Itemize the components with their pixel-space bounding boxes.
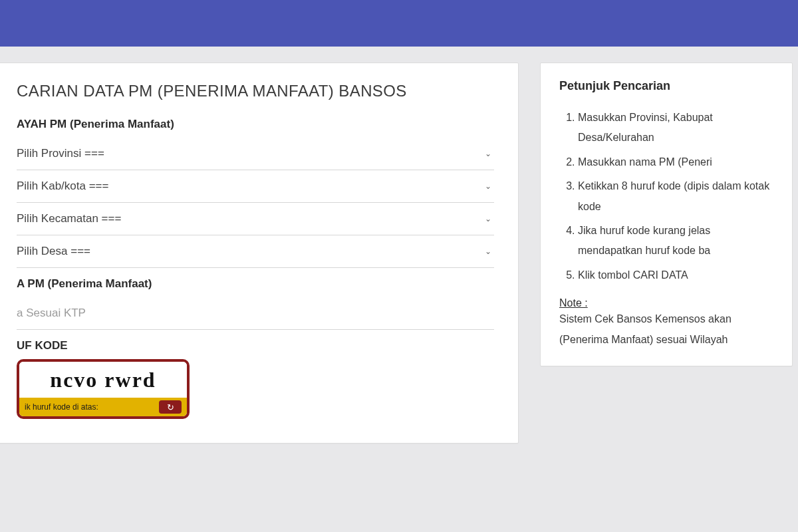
- wilayah-section-label: AYAH PM (Penerima Manfaat): [17, 118, 494, 131]
- top-navbar: [0, 0, 798, 47]
- page-content: CARIAN DATA PM (PENERIMA MANFAAT) BANSOS…: [0, 47, 798, 444]
- provinsi-select[interactable]: Pilih Provinsi === ⌄: [17, 138, 494, 170]
- kabkota-select-value: Pilih Kab/kota ===: [17, 180, 108, 193]
- note-label: Note :: [559, 297, 773, 309]
- instruction-step: Masukkan Provinsi, Kabupat Desa/Keluraha…: [578, 108, 773, 148]
- kecamatan-select[interactable]: Pilih Kecamatan === ⌄: [17, 203, 494, 235]
- note-text: Sistem Cek Bansos Kemensos akan (Penerim…: [559, 309, 773, 350]
- instruction-step: Ketikkan 8 huruf kode (dipis dalam kotak…: [578, 176, 773, 217]
- page-title: CARIAN DATA PM (PENERIMA MANFAAT) BANSOS: [17, 82, 494, 100]
- chevron-down-icon: ⌄: [485, 149, 491, 158]
- search-form-card: CARIAN DATA PM (PENERIMA MANFAAT) BANSOS…: [0, 63, 519, 444]
- chevron-down-icon: ⌄: [485, 182, 491, 191]
- captcha-reload-button[interactable]: ↻: [159, 400, 182, 414]
- instruction-step: Jika huruf kode kurang jelas mendapatkan…: [578, 221, 773, 261]
- instruction-step: Klik tombol CARI DATA: [578, 265, 773, 285]
- instructions-list: Masukkan Provinsi, Kabupat Desa/Keluraha…: [559, 108, 773, 285]
- nama-section-label: A PM (Penerima Manfaat): [17, 277, 494, 291]
- chevron-down-icon: ⌄: [485, 214, 491, 223]
- instructions-title: Petunjuk Pencarian: [559, 79, 773, 93]
- instructions-card: Petunjuk Pencarian Masukkan Provinsi, Ka…: [540, 63, 793, 366]
- captcha-image: ncvo rwrd: [19, 362, 187, 398]
- instruction-step: Masukkan nama PM (Peneri: [578, 152, 773, 172]
- desa-select[interactable]: Pilih Desa === ⌄: [17, 235, 494, 268]
- provinsi-select-value: Pilih Provinsi ===: [17, 147, 104, 160]
- reload-icon: ↻: [167, 402, 174, 412]
- chevron-down-icon: ⌄: [485, 247, 491, 256]
- captcha-hint-text: ik huruf kode di atas:: [25, 402, 98, 412]
- nama-input[interactable]: [17, 297, 494, 330]
- desa-select-value: Pilih Desa ===: [17, 245, 90, 258]
- captcha-box: ncvo rwrd ik huruf kode di atas: ↻: [17, 359, 190, 419]
- kode-section-label: UF KODE: [17, 339, 494, 352]
- captcha-bar: ik huruf kode di atas: ↻: [19, 398, 187, 416]
- kecamatan-select-value: Pilih Kecamatan ===: [17, 212, 121, 225]
- kabkota-select[interactable]: Pilih Kab/kota === ⌄: [17, 170, 494, 203]
